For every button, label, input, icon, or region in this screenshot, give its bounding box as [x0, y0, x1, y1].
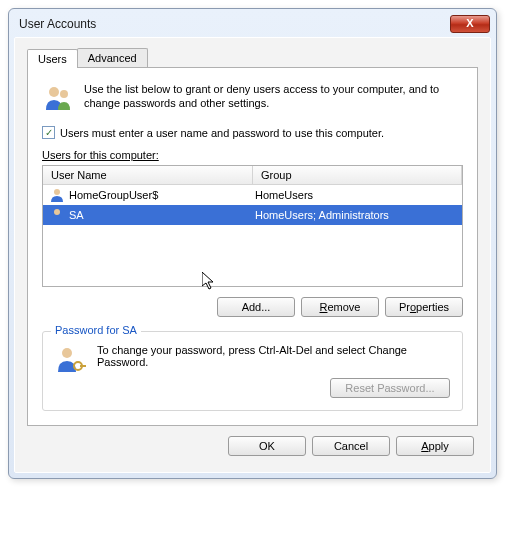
table-row[interactable]: HomeGroupUser$ HomeUsers: [43, 185, 462, 205]
users-icon: [42, 82, 74, 114]
require-login-label: Users must enter a user name and passwor…: [60, 127, 384, 139]
table-row[interactable]: SA HomeUsers; Administrators: [43, 205, 462, 225]
column-username[interactable]: User Name: [43, 166, 253, 185]
svg-rect-6: [80, 365, 86, 367]
window-title: User Accounts: [19, 17, 96, 31]
users-listview[interactable]: User Name Group HomeGroupUser$ HomeUsers…: [42, 165, 463, 287]
dialog-window: User Accounts X Users Advanced Use the l…: [8, 8, 497, 479]
cell-group: HomeUsers; Administrators: [251, 208, 393, 222]
tab-advanced[interactable]: Advanced: [77, 48, 148, 67]
require-login-checkbox[interactable]: ✓: [42, 126, 55, 139]
svg-point-0: [49, 87, 59, 97]
properties-button[interactable]: Properties: [385, 297, 463, 317]
cell-group: HomeUsers: [251, 188, 317, 202]
cell-username: SA: [69, 209, 84, 221]
ok-button[interactable]: OK: [228, 436, 306, 456]
svg-point-4: [62, 348, 72, 358]
apply-button[interactable]: Apply: [396, 436, 474, 456]
user-icon: [49, 207, 65, 223]
svg-point-1: [60, 90, 68, 98]
column-group[interactable]: Group: [253, 166, 462, 185]
add-button[interactable]: Add...: [217, 297, 295, 317]
titlebar: User Accounts X: [9, 9, 496, 37]
reset-password-button: Reset Password...: [330, 378, 450, 398]
list-header: User Name Group: [43, 166, 462, 185]
cell-username: HomeGroupUser$: [69, 189, 158, 201]
tab-panel-users: Use the list below to grant or deny user…: [27, 68, 478, 426]
users-list-label: Users for this computer:: [42, 149, 463, 161]
intro-text: Use the list below to grant or deny user…: [84, 82, 463, 114]
cancel-button[interactable]: Cancel: [312, 436, 390, 456]
password-groupbox: Password for SA To change your password,…: [42, 331, 463, 411]
user-key-icon: [55, 344, 87, 376]
tab-strip: Users Advanced: [27, 48, 478, 68]
close-button[interactable]: X: [450, 15, 490, 33]
dialog-footer: OK Cancel Apply: [27, 426, 478, 460]
remove-button[interactable]: Remove: [301, 297, 379, 317]
user-icon: [49, 187, 65, 203]
dialog-content: Users Advanced Use the list below to gra…: [14, 37, 491, 473]
svg-point-2: [54, 189, 60, 195]
intro-row: Use the list below to grant or deny user…: [42, 82, 463, 114]
user-buttons-row: Add... Remove Properties: [42, 297, 463, 317]
svg-point-3: [54, 209, 60, 215]
password-group-legend: Password for SA: [51, 324, 141, 336]
tab-users[interactable]: Users: [27, 49, 78, 68]
require-login-row: ✓ Users must enter a user name and passw…: [42, 126, 463, 139]
password-text: To change your password, press Ctrl-Alt-…: [97, 344, 450, 368]
